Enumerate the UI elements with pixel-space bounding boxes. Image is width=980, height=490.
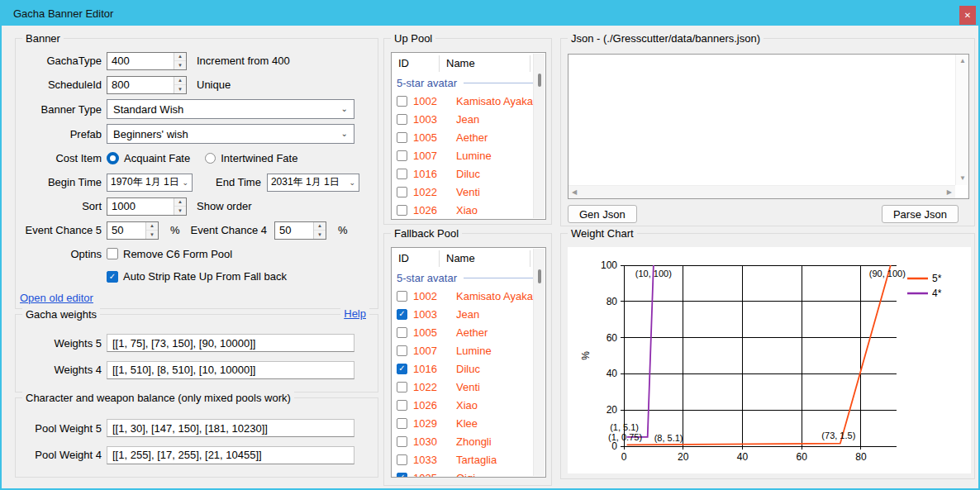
sort-spin-buttons[interactable]: ▲▼ xyxy=(174,198,186,215)
pool-row[interactable]: 1022 Venti xyxy=(392,183,545,201)
row-checkbox[interactable] xyxy=(397,132,407,143)
row-name: Kamisato Ayaka xyxy=(456,290,533,302)
close-button[interactable]: ✕ xyxy=(959,6,976,25)
open-old-editor-link[interactable]: Open old editor xyxy=(20,292,93,304)
auto-strip-checkbox[interactable] xyxy=(107,271,118,283)
spin-down-icon[interactable]: ▼ xyxy=(174,61,186,69)
row-checkbox[interactable] xyxy=(397,205,407,216)
pool-row[interactable]: 1033 Tartaglia xyxy=(392,450,545,469)
spin-up-icon[interactable]: ▲ xyxy=(174,53,186,62)
pool-row[interactable]: 1003 Jean xyxy=(392,305,545,323)
scheduleid-spin-buttons[interactable]: ▲▼ xyxy=(174,77,186,93)
event-chance-5-spin-buttons[interactable]: ▲▼ xyxy=(145,222,158,239)
gachatype-spinner[interactable]: 400 ▲▼ xyxy=(107,52,187,70)
json-vertical-scrollbar[interactable]: ▲ ▼ xyxy=(955,55,968,185)
pool-row[interactable]: 1003 Jean xyxy=(392,110,545,128)
weights-4-input[interactable]: [[1, 510], [8, 510], [10, 10000]] xyxy=(107,361,354,379)
row-checkbox[interactable] xyxy=(397,309,407,320)
scrollbar-thumb[interactable] xyxy=(538,269,541,283)
pool-row[interactable]: 1026 Xiao xyxy=(392,201,545,219)
event-chance-4-spin-buttons[interactable]: ▲▼ xyxy=(313,222,326,239)
pool-row[interactable]: 1005 Aether xyxy=(392,128,545,146)
intertwined-fate-radio[interactable] xyxy=(205,153,216,164)
acquaint-fate-radio[interactable] xyxy=(107,152,119,164)
spin-up-icon[interactable]: ▲ xyxy=(174,198,186,207)
pool-row[interactable]: 1026 Xiao xyxy=(392,396,545,414)
scrollbar-thumb[interactable] xyxy=(538,74,541,87)
pool-row[interactable]: 1030 Zhongli xyxy=(392,432,545,450)
sort-spinner[interactable]: 1000 ▲▼ xyxy=(107,197,187,216)
row-checkbox[interactable] xyxy=(397,436,407,447)
event-chance-5-spinner[interactable]: 50 ▲▼ xyxy=(107,221,159,240)
pool-row[interactable]: 1007 Lumine xyxy=(392,341,545,359)
pool-row[interactable]: 1016 Diluc xyxy=(392,359,545,378)
spin-down-icon[interactable]: ▼ xyxy=(146,231,158,239)
up-pool-scrollbar[interactable] xyxy=(533,54,545,218)
pool-row[interactable]: 1016 Diluc xyxy=(392,164,545,183)
remove-c6-checkbox[interactable] xyxy=(107,248,118,259)
row-checkbox[interactable] xyxy=(397,96,407,107)
row-checkbox[interactable] xyxy=(397,345,407,356)
banner-type-select[interactable]: Standard Wish ⌄ xyxy=(107,99,354,119)
acquaint-fate-label: Acquaint Fate xyxy=(124,152,190,164)
pool-row[interactable]: 1022 Venti xyxy=(392,378,545,396)
titlebar[interactable]: Gacha Banner Editor ✕ xyxy=(2,2,978,26)
row-checkbox[interactable] xyxy=(397,114,407,125)
weights-5-input[interactable]: [[1, 75], [73, 150], [90, 10000]] xyxy=(107,334,354,352)
gachatype-spin-buttons[interactable]: ▲▼ xyxy=(174,53,186,69)
pool-row[interactable]: 1035 Qiqi xyxy=(392,469,545,478)
pool-row[interactable]: 1005 Aether xyxy=(392,323,545,341)
event-chance-4-spinner[interactable]: 50 ▲▼ xyxy=(274,221,326,240)
spin-down-icon[interactable]: ▼ xyxy=(174,207,186,215)
name-column-header[interactable]: Name xyxy=(440,250,530,267)
row-checkbox[interactable] xyxy=(397,291,407,302)
row-checkbox[interactable] xyxy=(397,364,407,374)
pool-row[interactable]: 1002 Kamisato Ayaka xyxy=(392,287,545,305)
row-checkbox[interactable] xyxy=(397,187,407,197)
prefab-select[interactable]: Beginners' wish ⌄ xyxy=(107,124,354,144)
up-pool-header: ID Name xyxy=(392,53,545,74)
scroll-down-icon[interactable]: ▼ xyxy=(959,175,966,182)
end-time-picker[interactable]: 2031年 1月 1日 ⌄ xyxy=(267,174,359,192)
row-checkbox[interactable] xyxy=(397,169,407,179)
id-column-header[interactable]: ID xyxy=(392,250,440,267)
spin-up-icon[interactable]: ▲ xyxy=(314,222,326,231)
svg-text:20: 20 xyxy=(678,451,689,463)
pool-weight-5-input[interactable]: [[1, 30], [147, 150], [181, 10230]] xyxy=(107,419,354,437)
scheduleid-spinner[interactable]: 800 ▲▼ xyxy=(107,76,187,94)
json-horizontal-scrollbar[interactable]: ◀ ▶ xyxy=(568,185,955,198)
scroll-left-icon[interactable]: ◀ xyxy=(572,189,577,196)
svg-text:60: 60 xyxy=(797,451,808,463)
svg-text:80: 80 xyxy=(855,451,867,463)
row-checkbox[interactable] xyxy=(397,382,407,392)
help-link[interactable]: Help xyxy=(340,307,369,320)
json-textarea[interactable]: ▲ ▼ ◀ ▶ xyxy=(568,54,969,199)
row-checkbox[interactable] xyxy=(397,473,407,478)
pool-row[interactable]: 1007 Lumine xyxy=(392,146,545,164)
sort-value: 1000 xyxy=(107,200,174,212)
pool-row[interactable]: 1029 Klee xyxy=(392,414,545,432)
gen-json-button[interactable]: Gen Json xyxy=(568,205,637,223)
scroll-right-icon[interactable]: ▶ xyxy=(947,189,952,196)
spin-up-icon[interactable]: ▲ xyxy=(146,222,158,231)
name-column-header[interactable]: Name xyxy=(440,55,530,72)
row-checkbox[interactable] xyxy=(397,454,407,465)
svg-text:80: 80 xyxy=(607,296,618,307)
row-checkbox[interactable] xyxy=(397,418,407,429)
id-column-header[interactable]: ID xyxy=(392,55,440,72)
spin-down-icon[interactable]: ▼ xyxy=(314,231,326,239)
scroll-up-icon[interactable]: ▲ xyxy=(959,58,966,64)
parse-json-button[interactable]: Parse Json xyxy=(882,205,959,223)
fallback-pool-scrollbar[interactable] xyxy=(533,249,545,476)
json-text-content[interactable] xyxy=(572,57,952,182)
event-chance-5-label: Event Chance 5 xyxy=(16,224,102,236)
pool-row[interactable]: 1002 Kamisato Ayaka xyxy=(392,92,545,110)
begin-time-picker[interactable]: 1970年 1月 1日 ⌄ xyxy=(107,174,193,192)
row-checkbox[interactable] xyxy=(397,400,407,411)
pool-weight-4-input[interactable]: [[1, 255], [17, 255], [21, 10455]] xyxy=(107,446,354,464)
spin-down-icon[interactable]: ▼ xyxy=(174,85,186,93)
row-checkbox[interactable] xyxy=(397,150,407,161)
row-checkbox[interactable] xyxy=(397,327,407,338)
spin-up-icon[interactable]: ▲ xyxy=(174,77,186,86)
close-icon: ✕ xyxy=(964,11,971,20)
